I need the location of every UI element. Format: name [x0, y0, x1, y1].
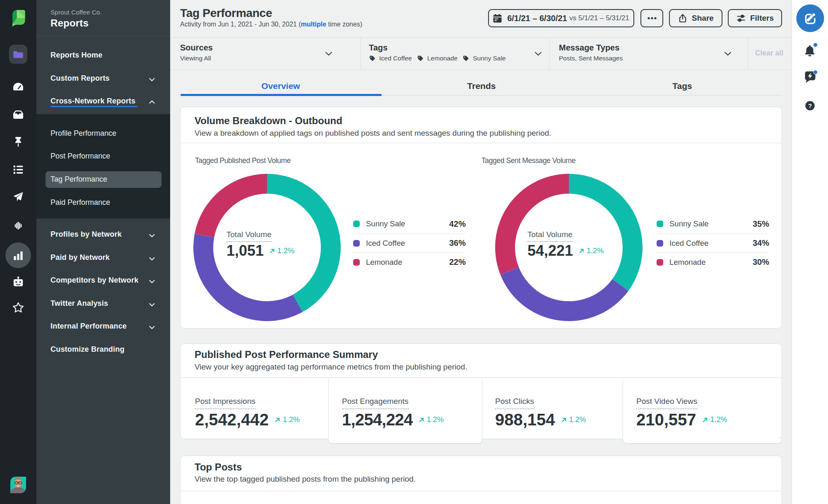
svg-text:?: ?	[808, 102, 812, 109]
